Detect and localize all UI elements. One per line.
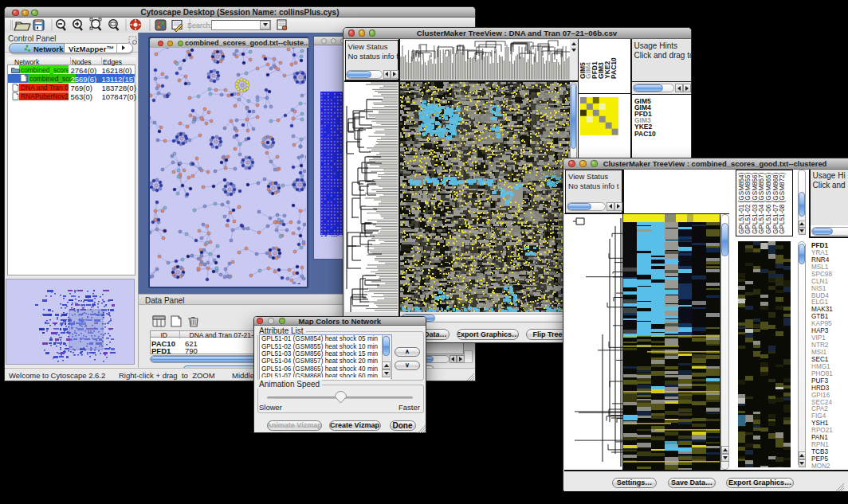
svg-text:ELG1: ELG1: [811, 299, 828, 306]
svg-text:GTB1: GTB1: [811, 313, 829, 320]
svg-text:NTR2: NTR2: [811, 342, 829, 349]
svg-text:PAC10: PAC10: [610, 57, 618, 79]
svg-text:MON2: MON2: [811, 463, 830, 470]
svg-text:YRA1: YRA1: [811, 249, 829, 256]
svg-text:PAC10: PAC10: [634, 129, 656, 137]
svg-text:VIP1: VIP1: [811, 334, 826, 342]
svg-text:SPC98: SPC98: [811, 271, 832, 278]
svg-text:GPI16: GPI16: [811, 392, 830, 399]
svg-text:BUD4: BUD4: [811, 292, 829, 299]
svg-text:TCB3: TCB3: [811, 448, 828, 455]
svg-text:PEP5: PEP5: [811, 455, 828, 463]
svg-text:HRD3: HRD3: [811, 385, 830, 392]
svg-text:PHO81: PHO81: [811, 370, 833, 377]
svg-text:HAP3: HAP3: [811, 327, 829, 334]
svg-text:RPN1: RPN1: [811, 441, 829, 448]
svg-text:RPO21: RPO21: [811, 427, 833, 434]
svg-text:CLN1: CLN1: [811, 278, 828, 285]
svg-text:YSH1: YSH1: [811, 420, 829, 427]
svg-text:FIG4: FIG4: [811, 412, 826, 420]
svg-text:SEC1: SEC1: [811, 356, 829, 363]
svg-text:RNR4: RNR4: [811, 256, 830, 264]
svg-text:HMG1: HMG1: [811, 363, 830, 370]
svg-text:PUF3: PUF3: [811, 377, 828, 385]
svg-text:GPL51-08 (GSM872): GPL51-08 (GSM872): [779, 172, 786, 234]
svg-text:PFD1: PFD1: [811, 242, 828, 249]
svg-text:PAN1: PAN1: [811, 434, 828, 441]
svg-text:NIS1: NIS1: [811, 285, 826, 292]
svg-text:MAK31: MAK31: [811, 306, 833, 313]
svg-text:KAP95: KAP95: [811, 320, 832, 327]
svg-text:MSI1: MSI1: [811, 349, 827, 356]
svg-text:CPA2: CPA2: [811, 405, 828, 412]
svg-text:MSL1: MSL1: [811, 264, 829, 271]
svg-text:SEC24: SEC24: [811, 399, 832, 406]
